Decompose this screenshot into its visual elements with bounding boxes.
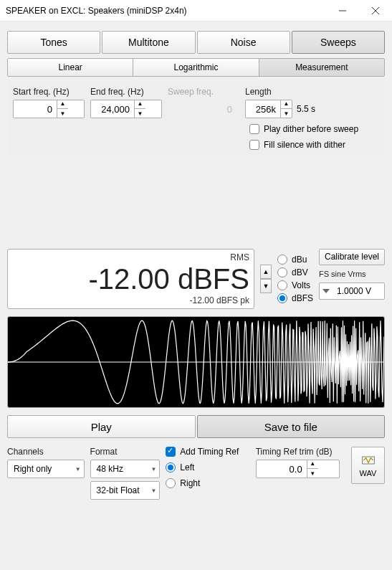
level-value: -12.00 dBFS [88, 264, 249, 294]
radio-volts[interactable] [277, 280, 287, 290]
length-value[interactable] [246, 104, 280, 115]
fs-vrms-dropdown-icon[interactable] [322, 289, 330, 293]
end-freq-input[interactable]: ▲▼ [90, 100, 162, 118]
radio-dbv[interactable] [277, 267, 287, 277]
level-right-column: Calibrate level FS sine Vrms [319, 249, 385, 309]
channels-label: Channels [7, 447, 85, 457]
length-input[interactable]: ▲▼ [245, 100, 292, 118]
timing-right-radio[interactable] [166, 478, 176, 488]
add-timing-row[interactable]: Add Timing Ref [166, 447, 249, 457]
trim-field: Timing Ref trim (dB) ▲▼ [256, 447, 340, 478]
fill-silence-label: Fill silence with dither [264, 140, 345, 150]
play-button[interactable]: Play [7, 415, 196, 438]
close-button[interactable] [359, 0, 392, 22]
length-field: Length ▲▼ 5.5 s [245, 87, 317, 118]
start-freq-label: Start freq. (Hz) [13, 87, 85, 97]
trim-label: Timing Ref trim (dB) [256, 447, 340, 457]
samplerate-value: 48 kHz [97, 464, 147, 474]
action-row: Play Save to file [7, 415, 385, 438]
main-tabs: Tones Multitone Noise Sweeps [7, 31, 385, 54]
start-freq-input[interactable]: ▲▼ [13, 100, 85, 118]
fill-silence-row[interactable]: Fill silence with dither [249, 140, 379, 150]
window-title: SPEAKER on EXCL: Speakers (miniDSP 2x4n) [6, 6, 326, 16]
sweep-freq-field: Sweep freq. 0 [168, 87, 239, 118]
minimize-button[interactable] [326, 0, 359, 22]
tab-noise[interactable]: Noise [197, 31, 290, 54]
waveform-svg [8, 317, 384, 407]
wav-icon [361, 453, 376, 467]
save-to-file-button[interactable]: Save to file [197, 415, 386, 438]
start-freq-spinner[interactable]: ▲▼ [57, 100, 68, 118]
level-up-button[interactable]: ▲ [260, 265, 272, 279]
samplerate-dropdown[interactable]: 48 kHz ▼ [90, 460, 161, 478]
chevron-down-icon: ▼ [75, 466, 81, 472]
format-field: Format 48 kHz ▼ 32-bit Float ▼ [90, 447, 161, 500]
trim-value[interactable] [257, 464, 307, 475]
unit-dbfs[interactable]: dBFS [277, 293, 313, 303]
wav-export-button[interactable]: WAV [351, 447, 385, 484]
chevron-down-icon: ▼ [150, 466, 156, 472]
end-freq-value[interactable] [91, 104, 134, 115]
unit-volts[interactable]: Volts [277, 280, 313, 290]
radio-dbu[interactable] [277, 255, 287, 265]
level-row: RMS -12.00 dBFS -12.00 dBFS pk ▲▼ dBu dB… [7, 249, 385, 309]
level-spinner[interactable]: ▲▼ [260, 249, 272, 309]
end-freq-spinner[interactable]: ▲▼ [134, 100, 145, 118]
fill-silence-checkbox[interactable] [249, 140, 259, 150]
chevron-down-icon: ▼ [150, 488, 156, 494]
dither-before-row[interactable]: Play dither before sweep [249, 124, 379, 134]
wav-label: WAV [360, 469, 377, 478]
add-timing-checkbox[interactable] [166, 447, 176, 457]
fs-vrms-input[interactable] [319, 282, 385, 300]
start-freq-field: Start freq. (Hz) ▲▼ [13, 87, 85, 118]
timing-ref-field: Add Timing Ref Left Right [166, 447, 249, 488]
unit-radios: dBu dBV Volts dBFS [277, 249, 313, 309]
level-display: RMS -12.00 dBFS -12.00 dBFS pk [7, 249, 254, 309]
add-timing-label: Add Timing Ref [180, 447, 239, 457]
dither-before-checkbox[interactable] [249, 124, 259, 134]
sweep-freq-label: Sweep freq. [168, 87, 239, 97]
save-options-row: Channels Right only ▼ Format 48 kHz ▼ 32… [7, 447, 385, 500]
subtab-logarithmic[interactable]: Logarithmic [133, 59, 259, 76]
calibrate-level-button[interactable]: Calibrate level [319, 249, 385, 265]
dither-before-label: Play dither before sweep [264, 124, 358, 134]
bitdepth-value: 32-bit Float [97, 485, 147, 495]
length-label: Length [245, 87, 317, 97]
rms-tag: RMS [230, 252, 249, 262]
unit-dbu[interactable]: dBu [277, 255, 313, 265]
trim-spinner[interactable]: ▲▼ [307, 460, 318, 478]
end-freq-label: End freq. (Hz) [90, 87, 162, 97]
trim-input[interactable]: ▲▼ [256, 460, 340, 478]
fs-vrms-value[interactable] [333, 285, 373, 297]
timing-right-row[interactable]: Right [166, 478, 249, 488]
unit-dbv[interactable]: dBV [277, 267, 313, 277]
tab-tones[interactable]: Tones [7, 31, 100, 54]
timing-left-radio[interactable] [166, 462, 176, 472]
channels-field: Channels Right only ▼ [7, 447, 85, 478]
sweep-settings-panel: Start freq. (Hz) ▲▼ End freq. (Hz) ▲▼ Sw… [7, 80, 385, 156]
waveform-preview [7, 316, 385, 408]
level-peak: -12.00 dBFS pk [190, 295, 249, 305]
length-seconds: 5.5 s [297, 104, 315, 114]
titlebar: SPEAKER on EXCL: Speakers (miniDSP 2x4n) [0, 0, 392, 22]
format-label: Format [90, 447, 161, 457]
sweep-type-tabs: Linear Logarithmic Measurement [7, 58, 385, 77]
timing-left-row[interactable]: Left [166, 462, 249, 472]
tab-sweeps[interactable]: Sweeps [292, 31, 385, 54]
fs-vrms-label: FS sine Vrms [319, 270, 385, 278]
level-down-button[interactable]: ▼ [260, 279, 272, 293]
start-freq-value[interactable] [14, 104, 57, 115]
channels-value: Right only [14, 464, 71, 474]
sweep-freq-value: 0 [168, 100, 239, 118]
subtab-measurement[interactable]: Measurement [259, 59, 384, 76]
channels-dropdown[interactable]: Right only ▼ [7, 460, 85, 478]
subtab-linear[interactable]: Linear [8, 59, 133, 76]
tab-multitone[interactable]: Multitone [102, 31, 195, 54]
bitdepth-dropdown[interactable]: 32-bit Float ▼ [90, 481, 161, 500]
end-freq-field: End freq. (Hz) ▲▼ [90, 87, 162, 118]
length-spinner[interactable]: ▲▼ [280, 100, 292, 118]
radio-dbfs[interactable] [277, 293, 287, 303]
content-area: Tones Multitone Noise Sweeps Linear Loga… [0, 22, 392, 507]
